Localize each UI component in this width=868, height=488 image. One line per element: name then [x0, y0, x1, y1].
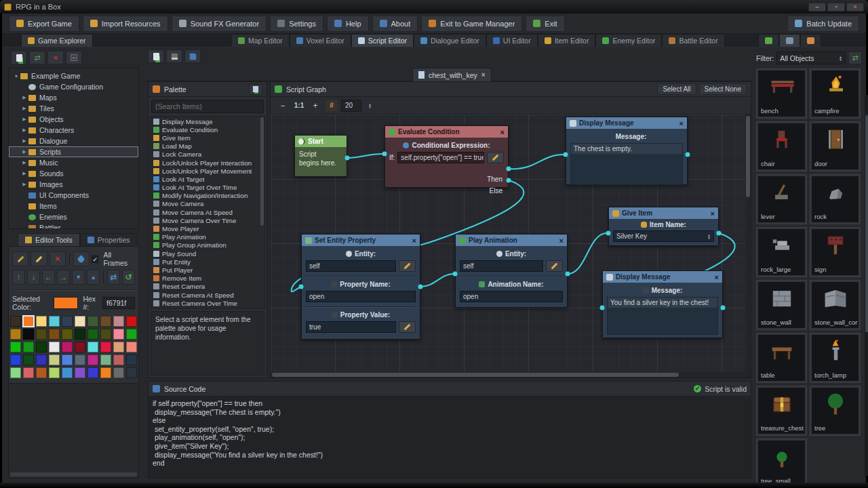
color-swatch[interactable]	[75, 367, 85, 378]
select-all-button[interactable]: Select All	[657, 83, 696, 95]
color-swatch[interactable]	[36, 329, 47, 340]
tab-battle-editor[interactable]: Battle Editor	[662, 34, 724, 47]
color-swatch[interactable]	[23, 329, 34, 340]
palette-item-move-player[interactable]: Move Player	[152, 224, 263, 232]
tree-item-objects[interactable]: ▶Objects	[9, 114, 138, 125]
color-swatch[interactable]	[62, 316, 73, 327]
tree-item-battles[interactable]: Battles	[9, 222, 138, 229]
tab-properties[interactable]: Properties	[80, 233, 138, 246]
tab-map-editor[interactable]: Map Editor	[231, 34, 290, 47]
palette-item-display-message[interactable]: Display Message	[152, 117, 263, 125]
tree-item-items[interactable]: Items	[9, 201, 138, 211]
left-bottom-scrollbar[interactable]	[10, 472, 137, 476]
tab-script-editor[interactable]: Script Editor	[351, 34, 414, 47]
zoom-in-button[interactable]: +	[309, 100, 322, 112]
delete-button[interactable]: ×	[47, 51, 64, 64]
palette-item-move-camera-at-speed[interactable]: Move Camera At Speed	[152, 208, 263, 216]
exit-manager-button[interactable]: Exit to Game Manager	[421, 16, 522, 32]
color-swatch[interactable]	[87, 329, 98, 340]
color-swatch[interactable]	[75, 342, 85, 352]
node-start-header[interactable]: Start	[295, 136, 347, 147]
expander-icon[interactable]: ▶	[21, 127, 28, 133]
export-game-button[interactable]: Export Game	[9, 16, 79, 32]
graph-horizontal-scrollbar[interactable]	[271, 372, 751, 378]
color-swatch[interactable]	[49, 354, 60, 365]
object-tile-lever[interactable]: lever	[756, 174, 807, 224]
node-play-animation[interactable]: Play Animation × Entity: self	[455, 234, 568, 308]
new-resource-button[interactable]	[11, 51, 27, 64]
expander-icon[interactable]: ▶	[21, 138, 28, 144]
refresh-objects-button[interactable]: ⇄	[848, 52, 862, 64]
sound-fx-button[interactable]: Sound FX Generator	[172, 16, 267, 32]
tab-dialogue-editor[interactable]: Dialogue Editor	[414, 34, 486, 47]
batch-update-button[interactable]: Batch Update	[787, 16, 859, 32]
collapse-all-button[interactable]: −	[66, 51, 82, 64]
tiles-tab[interactable]	[758, 34, 779, 47]
tab-game-explorer[interactable]: Game Explorer	[21, 34, 93, 47]
message-textarea[interactable]: You find a silver key in the chest!	[607, 297, 718, 335]
color-swatch[interactable]	[113, 354, 124, 365]
tree-item-dialogue[interactable]: ▶Dialogue	[9, 136, 138, 146]
object-tile-sign[interactable]: sign	[810, 227, 861, 277]
color-swatch[interactable]	[100, 342, 111, 352]
palette-item-play-group-animation[interactable]: Play Group Animation	[152, 241, 263, 249]
new-script-button[interactable]	[148, 49, 164, 63]
edit-expression-button[interactable]	[487, 152, 504, 163]
palette-item-reset-camera[interactable]: Reset Camera	[152, 283, 263, 291]
object-tile-stone_wall[interactable]: stone_wall	[756, 280, 807, 330]
object-tile-door[interactable]: door	[810, 121, 861, 171]
tree-item-images[interactable]: ▶Images	[9, 179, 138, 190]
color-swatch[interactable]	[10, 342, 21, 352]
animation-name-input[interactable]: open	[460, 291, 563, 302]
node-set-entity-property-header[interactable]: Set Entity Property ×	[302, 235, 420, 246]
script-graph-canvas[interactable]: Start Script begins here.	[271, 115, 745, 372]
palette-item-move-camera[interactable]: Move Camera	[152, 200, 263, 208]
color-swatch[interactable]	[87, 342, 98, 352]
attach-tool-button[interactable]	[12, 251, 28, 266]
save-all-button[interactable]	[184, 49, 201, 63]
palette-item-reset-entity-rotation[interactable]: Reset Entity Rotation	[152, 307, 263, 309]
color-swatch[interactable]	[75, 329, 85, 340]
object-tile-tree_small[interactable]: tree_small	[756, 439, 807, 488]
object-tile-campfire[interactable]: campfire	[810, 68, 861, 119]
node-display-message-2[interactable]: Display Message × Message: You find a si…	[602, 270, 723, 338]
object-tile-rock[interactable]: rock	[810, 174, 861, 224]
tab-item-editor[interactable]: Item Editor	[538, 34, 596, 47]
title-bar[interactable]: RPG in a Box – ▫ ×	[0, 0, 868, 14]
settings-button[interactable]: Settings	[270, 16, 323, 32]
tree-item-sounds[interactable]: ▶Sounds	[9, 168, 138, 179]
node-display-message-1-header[interactable]: Display Message ×	[566, 117, 687, 129]
property-value-input[interactable]: true	[306, 321, 396, 333]
zoom-out-button[interactable]: −	[276, 100, 290, 112]
expander-icon[interactable]: ▶	[21, 95, 28, 100]
node-display-message-2-header[interactable]: Display Message ×	[603, 271, 722, 283]
node-play-animation-header[interactable]: Play Animation ×	[456, 235, 567, 246]
expander-icon[interactable]: ▶	[21, 106, 28, 111]
object-tile-table[interactable]: table	[756, 333, 807, 383]
palette-item-reset-camera-over-time[interactable]: Reset Camera Over Time	[152, 299, 263, 307]
palette-item-look-at-target-over-time[interactable]: Look At Target Over Time	[152, 184, 263, 192]
node-evaluate-condition[interactable]: Evaluate Condition × Conditional Express…	[384, 125, 509, 188]
palette-item-reset-camera-at-speed[interactable]: Reset Camera At Speed	[152, 291, 263, 299]
tree-item-tiles[interactable]: ▶Tiles	[9, 103, 138, 114]
property-name-input[interactable]: open	[306, 291, 416, 302]
palette-item-move-camera-over-time[interactable]: Move Camera Over Time	[152, 216, 263, 224]
rotate-button[interactable]: ↺	[122, 270, 135, 285]
palette-item-put-entity[interactable]: Put Entity	[152, 258, 263, 266]
tree-item-characters[interactable]: ▶Characters	[9, 125, 138, 136]
color-swatch[interactable]	[49, 316, 60, 327]
node-give-item-header[interactable]: Give Item ×	[609, 207, 718, 219]
zoom-reset-button[interactable]: 1:1	[292, 100, 306, 112]
expander-icon[interactable]: ▶	[21, 160, 28, 165]
color-swatch[interactable]	[113, 367, 124, 378]
color-swatch[interactable]	[75, 354, 85, 365]
object-tile-stone_wall_cor[interactable]: stone_wall_cor	[810, 280, 861, 330]
entity-input[interactable]: self	[460, 260, 543, 272]
tab-enemy-editor[interactable]: Enemy Editor	[595, 34, 662, 47]
tree-item-game-configuration[interactable]: Game Configuration	[9, 81, 138, 92]
palette-item-lock-unlock-player-interaction[interactable]: Lock/Unlock Player Interaction	[152, 159, 263, 167]
tree-item-ui-components[interactable]: UI Components	[9, 190, 138, 201]
tree-item-maps[interactable]: ▶Maps	[9, 92, 138, 103]
close-node-icon[interactable]: ×	[679, 119, 684, 127]
edit-entity-button[interactable]	[546, 260, 563, 272]
